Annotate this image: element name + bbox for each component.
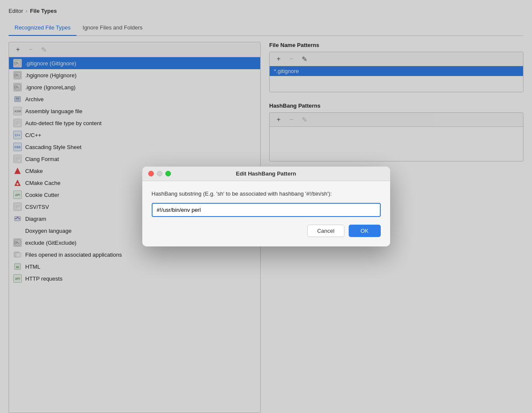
minimize-window-button[interactable] (157, 171, 162, 176)
dialog-buttons: Cancel OK (152, 225, 381, 237)
maximize-window-button[interactable] (165, 171, 171, 176)
dialog-overlay[interactable]: Edit HashBang Pattern HashBang substring… (0, 0, 532, 413)
ok-button[interactable]: OK (349, 225, 381, 237)
dialog-titlebar: Edit HashBang Pattern (142, 167, 390, 181)
cancel-button[interactable]: Cancel (307, 225, 344, 237)
dialog-description: HashBang substring (E.g. 'sh' to be asso… (152, 190, 381, 198)
dialog-body: HashBang substring (E.g. 'sh' to be asso… (142, 181, 390, 247)
hashbang-input[interactable] (152, 203, 381, 217)
close-window-button[interactable] (148, 171, 154, 176)
dialog-title: Edit HashBang Pattern (236, 170, 296, 177)
edit-hashbang-dialog: Edit HashBang Pattern HashBang substring… (142, 167, 390, 247)
traffic-lights (148, 171, 171, 176)
